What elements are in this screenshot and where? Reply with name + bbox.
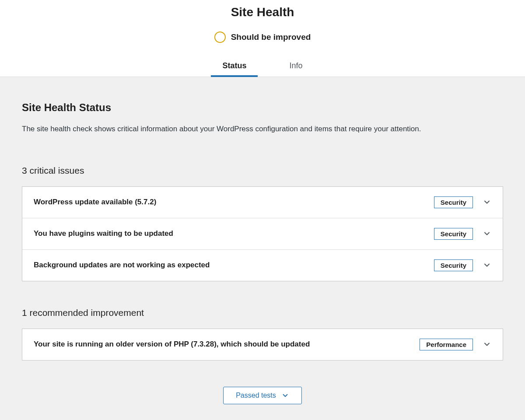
passed-tests-label: Passed tests [236, 392, 276, 399]
passed-tests-wrap: Passed tests [22, 387, 503, 404]
issue-title: Background updates are not working as ex… [34, 261, 434, 270]
chevron-down-icon [483, 198, 491, 206]
recommended-list: Your site is running an older version of… [22, 329, 503, 360]
page-title: Site Health [0, 5, 525, 19]
critical-issues-heading: 3 critical issues [22, 165, 503, 176]
chevron-down-icon [483, 229, 491, 238]
chevron-down-icon [483, 261, 491, 270]
issue-row[interactable]: You have plugins waiting to be updated S… [22, 218, 503, 250]
issue-badge: Security [434, 196, 473, 208]
chevron-down-icon [483, 340, 491, 349]
section-description: The site health check shows critical inf… [22, 123, 503, 135]
issue-row[interactable]: WordPress update available (5.7.2) Secur… [22, 187, 503, 218]
content-area: Site Health Status The site health check… [0, 77, 525, 420]
section-title: Site Health Status [22, 102, 503, 114]
tabs: Status Info [0, 58, 525, 77]
issue-badge: Performance [420, 339, 473, 350]
recommended-heading: 1 recommended improvement [22, 308, 503, 318]
tab-status[interactable]: Status [220, 58, 248, 77]
issue-title: You have plugins waiting to be updated [34, 229, 434, 238]
health-status-summary: Should be improved [0, 32, 525, 43]
issue-row[interactable]: Background updates are not working as ex… [22, 250, 503, 281]
issue-row[interactable]: Your site is running an older version of… [22, 329, 503, 360]
issue-badge: Security [434, 259, 473, 271]
issue-title: Your site is running an older version of… [34, 340, 420, 349]
chevron-down-icon [281, 392, 289, 399]
issue-title: WordPress update available (5.7.2) [34, 198, 434, 206]
status-text: Should be improved [231, 32, 311, 42]
issue-badge: Security [434, 228, 473, 240]
site-health-header: Site Health Should be improved Status In… [0, 0, 525, 77]
status-indicator-icon [214, 32, 226, 43]
passed-tests-button[interactable]: Passed tests [223, 387, 302, 404]
tab-info[interactable]: Info [287, 58, 304, 77]
critical-issues-list: WordPress update available (5.7.2) Secur… [22, 186, 503, 281]
